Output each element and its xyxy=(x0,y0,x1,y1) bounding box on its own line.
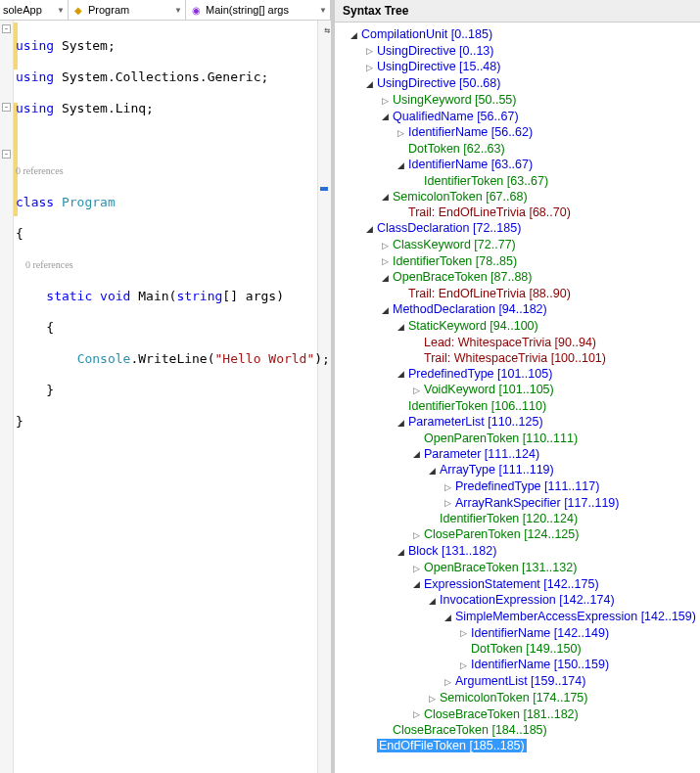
expand-icon[interactable]: ▷ xyxy=(458,658,469,673)
expand-icon[interactable]: ▷ xyxy=(458,625,469,641)
tree-node[interactable]: IdentifierToken [63..67) xyxy=(337,173,698,189)
tree-node[interactable]: ▷VoidKeyword [101..105) xyxy=(337,382,698,398)
tree-node[interactable]: ◢PredefinedType [101..105) xyxy=(337,366,698,383)
collapse-icon[interactable]: ◢ xyxy=(380,109,391,124)
scope-dropdown[interactable]: soleApp ▼ xyxy=(0,0,69,20)
fold-toggle[interactable]: - xyxy=(2,150,11,159)
tree-node[interactable]: CloseBraceToken [184..185) xyxy=(337,722,698,738)
syntax-tree[interactable]: ◢CompilationUnit [0..185)▷UsingDirective… xyxy=(335,23,700,773)
tree-node[interactable]: ▷ClassKeyword [72..77) xyxy=(337,237,698,253)
expand-icon[interactable]: ▷ xyxy=(396,125,406,141)
chevron-down-icon: ▼ xyxy=(317,6,327,15)
tree-node[interactable]: ◢SemicolonToken [67..68) xyxy=(337,189,698,205)
tree-node[interactable]: ▷ArgumentList [159..174) xyxy=(337,673,698,690)
collapse-icon[interactable]: ◢ xyxy=(427,463,438,478)
tree-node[interactable]: DotToken [149..150) xyxy=(337,641,698,657)
tree-node[interactable]: ▷PredefinedType [111..117) xyxy=(337,478,698,495)
collapse-icon[interactable]: ◢ xyxy=(411,446,422,462)
tree-node-label: OpenBraceToken [131..132) xyxy=(424,561,577,574)
tree-node[interactable]: ▷IdentifierName [56..62) xyxy=(337,124,698,141)
tree-node[interactable]: ▷UsingDirective [15..48) xyxy=(337,59,698,75)
collapse-icon[interactable]: ◢ xyxy=(396,544,406,560)
tree-node[interactable]: ▷OpenBraceToken [131..132) xyxy=(337,560,698,576)
tree-node-label: ArrayRankSpecifier [117..119) xyxy=(455,496,619,510)
tree-node[interactable]: ◢MethodDeclaration [94..182) xyxy=(337,301,698,318)
collapse-icon[interactable]: ◢ xyxy=(380,189,391,205)
tree-node[interactable]: ◢SimpleMemberAccessExpression [142..159) xyxy=(337,609,698,625)
collapse-icon[interactable]: ◢ xyxy=(396,415,406,431)
tree-node[interactable]: ▷UsingKeyword [50..55) xyxy=(337,92,698,109)
expand-icon[interactable]: ▷ xyxy=(427,691,438,706)
collapse-icon[interactable]: ◢ xyxy=(396,158,406,173)
tree-node[interactable]: ◢StaticKeyword [94..100) xyxy=(337,318,698,335)
expand-icon[interactable]: ▷ xyxy=(411,527,422,543)
tree-node[interactable]: DotToken [62..63) xyxy=(337,141,698,157)
tree-node-label: ArrayType [111..119) xyxy=(440,463,554,477)
tree-node[interactable]: ◢Parameter [111..124) xyxy=(337,446,698,463)
expand-icon[interactable]: ▷ xyxy=(411,706,422,722)
codelens[interactable]: 0 references xyxy=(16,163,330,179)
tree-node[interactable]: ◢OpenBraceToken [87..88) xyxy=(337,269,698,286)
tree-node[interactable]: EndOfFileToken [185..185) xyxy=(337,738,698,753)
tree-node[interactable]: Trail: EndOfLineTrivia [88..90) xyxy=(337,286,698,301)
tree-node[interactable]: OpenParenToken [110..111) xyxy=(337,431,698,446)
tree-node[interactable]: ◢ExpressionStatement [142..175) xyxy=(337,576,698,593)
tree-node[interactable]: ◢IdentifierName [63..67) xyxy=(337,157,698,173)
tree-node[interactable]: ▷IdentifierToken [78..85) xyxy=(337,253,698,270)
tree-node[interactable]: ◢ArrayType [111..119) xyxy=(337,462,698,478)
collapse-icon[interactable]: ◢ xyxy=(380,270,391,286)
expand-icon[interactable]: ▷ xyxy=(364,43,375,59)
collapse-icon[interactable]: ◢ xyxy=(396,319,406,335)
tree-node-label: InvocationExpression [142..174) xyxy=(440,593,615,607)
tree-node[interactable]: ◢ClassDeclaration [72..185) xyxy=(337,220,698,237)
tree-node[interactable]: ▷CloseBraceToken [181..182) xyxy=(337,706,698,723)
tree-node-label: QualifiedName [56..67) xyxy=(393,110,519,123)
tree-node[interactable]: Trail: WhitespaceTrivia [100..101) xyxy=(337,350,698,366)
tree-node[interactable]: Lead: WhitespaceTrivia [90..94) xyxy=(337,335,698,350)
tree-node[interactable]: IdentifierToken [120..124) xyxy=(337,511,698,526)
expand-icon[interactable]: ▷ xyxy=(443,479,453,495)
tree-node-label: IdentifierName [142..149) xyxy=(471,626,609,640)
tree-node[interactable]: ◢QualifiedName [56..67) xyxy=(337,109,698,125)
tree-node[interactable]: ◢UsingDirective [50..68) xyxy=(337,75,698,92)
collapse-icon[interactable]: ◢ xyxy=(364,76,375,92)
collapse-icon[interactable]: ◢ xyxy=(364,221,375,237)
method-icon: ◉ xyxy=(189,3,203,17)
type-dropdown[interactable]: ◆ Program ▼ xyxy=(69,0,186,20)
collapse-icon[interactable]: ◢ xyxy=(443,610,453,625)
codelens[interactable]: 0 references xyxy=(16,257,330,273)
tree-node[interactable]: ◢ParameterList [110..125) xyxy=(337,414,698,431)
tree-node[interactable]: IdentifierToken [106..110) xyxy=(337,398,698,414)
collapse-icon[interactable]: ◢ xyxy=(349,27,359,43)
code-editor[interactable]: - - - ⇆ using System; using System.Colle… xyxy=(0,21,331,773)
tree-node[interactable]: ▷IdentifierName [142..149) xyxy=(337,625,698,642)
expand-icon[interactable]: ▷ xyxy=(411,383,422,398)
tree-node[interactable]: ▷IdentifierName [150..159) xyxy=(337,657,698,673)
expand-icon[interactable]: ▷ xyxy=(411,561,422,576)
tree-node[interactable]: ▷ArrayRankSpecifier [117..119) xyxy=(337,495,698,512)
expand-icon[interactable]: ▷ xyxy=(380,93,391,109)
tree-node[interactable]: ◢InvocationExpression [142..174) xyxy=(337,592,698,609)
tree-node[interactable]: ◢CompilationUnit [0..185) xyxy=(337,26,698,43)
collapse-icon[interactable]: ◢ xyxy=(396,366,406,382)
tree-node[interactable]: ◢Block [131..182) xyxy=(337,543,698,560)
expand-icon[interactable]: ▷ xyxy=(380,238,391,253)
collapse-icon[interactable]: ◢ xyxy=(380,302,391,318)
tree-node-label: EndOfFileToken [185..185) xyxy=(377,739,527,752)
tree-node-label: CloseBraceToken [181..182) xyxy=(424,707,579,721)
tree-node[interactable]: ▷CloseParenToken [124..125) xyxy=(337,526,698,543)
collapse-icon[interactable]: ◢ xyxy=(427,593,438,609)
tree-node[interactable]: Trail: EndOfLineTrivia [68..70) xyxy=(337,205,698,220)
expand-icon[interactable]: ▷ xyxy=(443,495,453,511)
member-dropdown[interactable]: ◉ Main(string[] args ▼ xyxy=(186,0,331,20)
expand-icon[interactable]: ▷ xyxy=(443,674,453,690)
tree-node[interactable]: ▷UsingDirective [0..13) xyxy=(337,43,698,60)
tree-node-label: DotToken [62..63) xyxy=(408,142,505,156)
fold-toggle[interactable]: - xyxy=(2,103,11,112)
expand-icon[interactable]: ▷ xyxy=(380,253,391,269)
expand-icon[interactable]: ▷ xyxy=(364,60,375,75)
tree-node[interactable]: ▷SemicolonToken [174..175) xyxy=(337,690,698,706)
tree-node-label: ParameterList [110..125) xyxy=(408,415,543,429)
fold-toggle[interactable]: - xyxy=(2,24,11,33)
collapse-icon[interactable]: ◢ xyxy=(411,576,422,592)
